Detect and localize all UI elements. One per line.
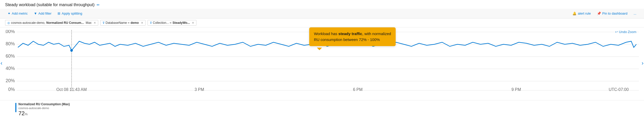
filter-db-close[interactable]: ✕ bbox=[141, 21, 143, 25]
x-label-start: Oct 08 11:43 AM bbox=[56, 87, 87, 91]
legend-unit: % bbox=[25, 112, 28, 116]
alert-rule-label: alert rule bbox=[578, 12, 591, 15]
add-metric-label: Add metric bbox=[12, 12, 28, 15]
apply-splitting-icon: ⊞ bbox=[58, 12, 60, 15]
filter-bar: ◎ cosmos-autoscale-demo, Normalized RU C… bbox=[0, 18, 644, 27]
filter-db-prefix: DatabaseName = bbox=[106, 21, 130, 25]
edit-icon[interactable]: ✏ bbox=[97, 3, 100, 7]
tooltip-text-2: , with normalized bbox=[362, 31, 391, 36]
tooltip-bold: steady traffic bbox=[338, 31, 362, 36]
chart-container: ↩ Undo Zoom ‹ › Workload has steady traf… bbox=[0, 27, 644, 99]
legend-metric-name: Normalized RU Consumption (Max) bbox=[18, 102, 70, 106]
x-label-3pm: 3 PM bbox=[195, 87, 204, 91]
pin-dashboard-label: Pin to dashboard bbox=[602, 12, 627, 15]
filter-pill-database[interactable]: ⊽ DatabaseName = demo ✕ bbox=[100, 20, 146, 26]
add-metric-icon: ✦ bbox=[8, 12, 10, 15]
title-bar: Steady workload (suitable for manual thr… bbox=[0, 0, 644, 9]
toolbar-right: 🔔 alert rule 📌 Pin to dashboard ... bbox=[570, 10, 639, 17]
pin-icon: 📌 bbox=[597, 12, 601, 15]
y-label-40: 40% bbox=[6, 66, 15, 71]
filter-pill-collection[interactable]: ⊽ Collection... = SteadyWo... ✕ bbox=[148, 20, 197, 26]
legend-source: cosmos-autoscale-demo bbox=[18, 107, 70, 110]
more-options-button[interactable]: ... bbox=[631, 10, 639, 17]
toolbar: ✦ Add metric ▼ Add filter ⊞ Apply splitt… bbox=[0, 9, 644, 18]
filter-col-prefix: Collection... = bbox=[153, 21, 172, 25]
add-metric-button[interactable]: ✦ Add metric bbox=[5, 10, 30, 17]
chart-svg-area: Workload has steady traffic, with normal… bbox=[5, 30, 639, 91]
x-label-9pm: 9 PM bbox=[512, 87, 521, 91]
chart-nav-right[interactable]: › bbox=[642, 60, 643, 67]
tooltip-bubble: Workload has steady traffic, with normal… bbox=[309, 27, 396, 46]
chart-title: Steady workload (suitable for manual thr… bbox=[5, 3, 95, 7]
page-wrapper: Steady workload (suitable for manual thr… bbox=[0, 0, 644, 120]
tooltip-text-3: RU consumption between 72% - 100% bbox=[314, 37, 380, 42]
legend-item: Normalized RU Consumption (Max) cosmos-a… bbox=[15, 102, 639, 117]
filter-col-bold: SteadyWo... bbox=[173, 21, 190, 25]
add-filter-button[interactable]: ▼ Add filter bbox=[31, 10, 54, 17]
chart-nav-left[interactable]: ‹ bbox=[1, 60, 2, 67]
legend-text: Normalized RU Consumption (Max) cosmos-a… bbox=[18, 102, 70, 117]
add-filter-label: Add filter bbox=[38, 12, 51, 15]
chart-footer: Normalized RU Consumption (Max) cosmos-a… bbox=[0, 100, 644, 120]
filter-metric-prefix: cosmos-autoscale-demo, bbox=[11, 21, 45, 25]
alert-icon: 🔔 bbox=[572, 12, 576, 15]
tooltip-text-1: Workload has bbox=[314, 31, 338, 36]
legend-value: 72 bbox=[18, 110, 25, 117]
filter-pill-metric[interactable]: ◎ cosmos-autoscale-demo, Normalized RU C… bbox=[5, 20, 98, 26]
x-label-6pm: 6 PM bbox=[353, 87, 362, 91]
filter-db-icon: ⊽ bbox=[103, 21, 105, 25]
apply-splitting-button[interactable]: ⊞ Apply splitting bbox=[55, 10, 85, 17]
filter-col-icon: ⊽ bbox=[150, 21, 152, 25]
pin-dashboard-button[interactable]: 📌 Pin to dashboard bbox=[594, 10, 630, 17]
apply-splitting-label: Apply splitting bbox=[62, 12, 82, 15]
filter-col-close[interactable]: ✕ bbox=[192, 21, 194, 25]
more-options-label: ... bbox=[634, 12, 636, 15]
legend-color-bar bbox=[15, 103, 16, 112]
alert-rule-button[interactable]: 🔔 alert rule bbox=[570, 10, 593, 17]
x-label-utc: UTC-07:00 bbox=[609, 87, 629, 91]
y-label-0: 0% bbox=[8, 87, 15, 91]
chart-marker-dot bbox=[70, 49, 73, 52]
y-label-100: 100% bbox=[5, 30, 15, 34]
y-label-80: 80% bbox=[6, 41, 15, 46]
filter-db-bold: demo bbox=[131, 21, 139, 25]
add-filter-icon: ▼ bbox=[34, 12, 37, 15]
y-label-20: 20% bbox=[6, 78, 15, 83]
legend-value-row: 72% bbox=[18, 110, 70, 117]
filter-metric-close[interactable]: ✕ bbox=[94, 21, 96, 25]
filter-metric-bold: Normalized RU Consum... bbox=[46, 21, 84, 25]
filter-metric-suffix: Max bbox=[85, 21, 92, 25]
y-label-60: 60% bbox=[6, 54, 15, 59]
metric-pill-icon: ◎ bbox=[7, 21, 10, 25]
